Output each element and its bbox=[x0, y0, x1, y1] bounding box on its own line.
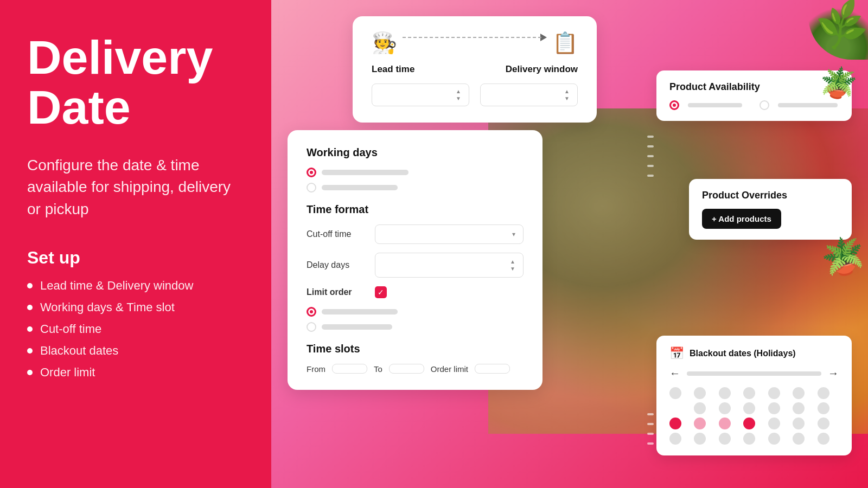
radio-item-2[interactable] bbox=[307, 183, 524, 192]
radio-bar-1 bbox=[322, 170, 409, 175]
calendar-icon: 📅 bbox=[669, 346, 684, 361]
nav-right-arrow[interactable]: → bbox=[828, 367, 839, 380]
cal-day[interactable] bbox=[818, 402, 829, 414]
limit-radio-item-2[interactable] bbox=[307, 322, 524, 332]
radio-item-1[interactable] bbox=[307, 168, 524, 177]
left-panel: Delivery Date Configure the date & time … bbox=[0, 0, 271, 488]
product-overrides-title: Product Overrides bbox=[702, 190, 839, 201]
decorative-dashes-2 bbox=[647, 413, 654, 445]
product-availability-radios bbox=[669, 100, 839, 110]
cal-day[interactable] bbox=[694, 433, 706, 445]
cal-day[interactable] bbox=[818, 387, 829, 399]
pa-radio-inactive[interactable] bbox=[760, 100, 769, 110]
to-label: To bbox=[374, 364, 382, 374]
limit-radio-bar-2 bbox=[322, 324, 392, 330]
blackout-title: Blackout dates (Holidays) bbox=[690, 349, 796, 358]
nav-left-arrow[interactable]: ← bbox=[669, 367, 680, 380]
blackout-dates-card: 📅 Blackout dates (Holidays) ← → bbox=[656, 336, 852, 455]
page-title: Delivery Date bbox=[27, 33, 244, 133]
cal-day[interactable] bbox=[719, 433, 731, 445]
limit-order-radio-group bbox=[307, 307, 524, 332]
cal-day-empty bbox=[669, 402, 681, 414]
cal-day[interactable] bbox=[743, 433, 755, 445]
dropdown-arrow-icon: ▾ bbox=[512, 230, 515, 238]
delay-days-row: Delay days ▲▼ bbox=[307, 253, 524, 278]
cal-day[interactable] bbox=[768, 387, 780, 399]
arrow-connector bbox=[397, 34, 552, 41]
order-limit-label: Order limit bbox=[431, 364, 468, 374]
decorative-dashes bbox=[647, 136, 654, 177]
delay-stepper-arrows: ▲▼ bbox=[510, 259, 515, 272]
lead-time-stepper[interactable]: ▲▼ bbox=[372, 84, 469, 106]
cut-off-dropdown[interactable]: ▾ bbox=[375, 224, 524, 244]
delivery-icon-block: 📋 bbox=[552, 33, 578, 53]
pa-bar-2 bbox=[778, 103, 838, 107]
pa-bar-1 bbox=[688, 103, 742, 107]
delay-days-stepper[interactable]: ▲▼ bbox=[375, 253, 524, 278]
limit-order-row: Limit order ✓ bbox=[307, 286, 524, 298]
cal-day[interactable] bbox=[793, 402, 805, 414]
cal-day-light-pink[interactable] bbox=[694, 418, 706, 429]
lead-time-input-wrap: ▲▼ bbox=[372, 84, 469, 106]
cal-day-light-pink[interactable] bbox=[719, 418, 731, 429]
delivery-window-input-wrap: ▲▼ bbox=[480, 84, 578, 106]
page-subtitle: Configure the date & time available for … bbox=[27, 155, 244, 221]
limit-order-checkbox[interactable]: ✓ bbox=[375, 286, 387, 298]
cal-day[interactable] bbox=[743, 387, 755, 399]
list-item: Cut-off time bbox=[27, 322, 244, 336]
cal-day[interactable] bbox=[768, 418, 780, 429]
setup-heading: Set up bbox=[27, 248, 244, 268]
to-input[interactable] bbox=[389, 364, 424, 374]
cal-day[interactable] bbox=[694, 402, 706, 414]
lead-time-card: 🧑‍🍳 📋 Lead time Delivery window bbox=[353, 16, 597, 123]
radio-inactive bbox=[307, 183, 316, 192]
chef-icon-block: 🧑‍🍳 bbox=[372, 33, 397, 53]
plant-small-icon: 🪴 bbox=[817, 62, 860, 104]
cal-day[interactable] bbox=[793, 387, 805, 399]
calendar-dots-grid bbox=[669, 387, 839, 445]
cal-day-pink[interactable] bbox=[743, 418, 755, 429]
lead-inputs-row: ▲▼ ▲▼ bbox=[372, 84, 578, 106]
limit-radio-active bbox=[307, 307, 316, 317]
list-item: Order limit bbox=[27, 365, 244, 380]
cal-day-pink[interactable] bbox=[669, 418, 681, 429]
blackout-nav: ← → bbox=[669, 367, 839, 380]
product-availability-card: 🪴 Product Availability bbox=[656, 70, 852, 121]
working-days-title: Working days bbox=[307, 146, 524, 159]
cal-day[interactable] bbox=[768, 402, 780, 414]
cal-day[interactable] bbox=[719, 387, 731, 399]
order-limit-input[interactable] bbox=[475, 364, 510, 374]
cal-day[interactable] bbox=[669, 387, 681, 399]
pa-radio-active[interactable] bbox=[669, 100, 679, 110]
product-availability-title: Product Availability bbox=[669, 81, 839, 93]
month-bar bbox=[687, 371, 821, 376]
plant-mid-icon: 🪴 bbox=[818, 233, 868, 281]
from-input[interactable] bbox=[332, 364, 367, 374]
cal-day[interactable] bbox=[743, 402, 755, 414]
cal-day[interactable] bbox=[669, 433, 681, 445]
cal-day[interactable] bbox=[818, 433, 829, 445]
limit-radio-item-1[interactable] bbox=[307, 307, 524, 317]
cal-day[interactable] bbox=[818, 418, 829, 429]
working-days-radio-group bbox=[307, 168, 524, 192]
delivery-window-label: Delivery window bbox=[506, 64, 578, 75]
cal-day[interactable] bbox=[768, 433, 780, 445]
list-item: Working days & Time slot bbox=[27, 300, 244, 314]
time-slots-row: From To Order limit bbox=[307, 364, 524, 374]
stepper-arrows-2: ▲▼ bbox=[564, 88, 570, 101]
limit-order-label: Limit order bbox=[307, 287, 366, 297]
cut-off-label: Cut-off time bbox=[307, 229, 366, 239]
cal-day[interactable] bbox=[793, 433, 805, 445]
delivery-icon: 📋 bbox=[552, 33, 578, 53]
cal-day[interactable] bbox=[719, 402, 731, 414]
add-products-button[interactable]: + Add products bbox=[702, 209, 781, 229]
cal-day[interactable] bbox=[793, 418, 805, 429]
list-item: Lead time & Delivery window bbox=[27, 279, 244, 293]
cal-day[interactable] bbox=[694, 387, 706, 399]
right-area: 🌿 🧑‍🍳 📋 Lead time Delivery window bbox=[271, 0, 868, 488]
time-slots-title: Time slots bbox=[307, 343, 524, 355]
limit-radio-inactive bbox=[307, 322, 316, 332]
lead-labels-row: Lead time Delivery window bbox=[372, 64, 578, 75]
from-label: From bbox=[307, 364, 326, 374]
delivery-window-stepper[interactable]: ▲▼ bbox=[480, 84, 578, 106]
